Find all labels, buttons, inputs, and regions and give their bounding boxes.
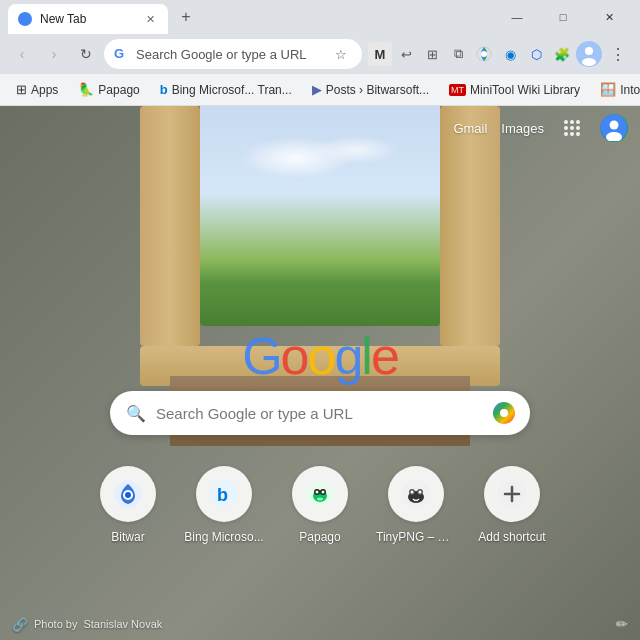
logo-l: l (361, 327, 371, 385)
into-windows-icon: 🪟 (600, 82, 616, 97)
svg-text:b: b (217, 485, 228, 505)
google-logo: Google (242, 326, 398, 386)
back-button[interactable]: ‹ (8, 40, 36, 68)
shortcuts-row: Bitwar b Bing Microso... (88, 466, 552, 544)
ext-dropbox-icon[interactable]: ⬡ (524, 42, 548, 66)
camera-icon: 🔗 (12, 617, 28, 632)
bookmark-papago-label: Papago (98, 83, 139, 97)
svg-point-17 (316, 491, 319, 494)
bookmark-minitool[interactable]: MT MiniTool Wiki Library (441, 80, 588, 100)
browser-tab[interactable]: New Tab ✕ (8, 4, 168, 34)
add-shortcut-icon (484, 466, 540, 522)
shortcut-papago[interactable]: Papago (280, 466, 360, 544)
address-bar-row: ‹ › ↻ G Search Google or type a URL ☆ M … (0, 34, 640, 74)
ext-copy-icon[interactable]: ⧉ (446, 42, 470, 66)
photo-prefix: Photo by (34, 618, 77, 630)
bookmark-minitool-label: MiniTool Wiki Library (470, 83, 580, 97)
tab-title: New Tab (40, 12, 134, 26)
logo-o1: o (281, 327, 308, 385)
search-box[interactable]: 🔍 Search Google or type a URL (110, 391, 530, 435)
bookmark-into-windows[interactable]: 🪟 Into Windows (592, 79, 640, 100)
papago-bm-icon: 🦜 (78, 82, 94, 97)
shortcut-papago-icon (292, 466, 348, 522)
minitool-icon: MT (449, 84, 466, 96)
shortcut-tinypng[interactable]: TinyPNG – C... (376, 466, 456, 544)
bookmark-posts[interactable]: ▶ Posts › Bitwarsoft... (304, 79, 437, 100)
svg-point-6 (610, 121, 619, 130)
svg-point-24 (411, 491, 414, 494)
maximize-button[interactable]: □ (540, 0, 586, 34)
voice-dot (500, 409, 508, 417)
main-content: Gmail Images Google 🔍 Search Google or t… (0, 106, 640, 640)
bing-bm-icon: b (160, 82, 168, 97)
ext-edge-icon[interactable]: ◉ (498, 42, 522, 66)
shortcut-tinypng-icon (388, 466, 444, 522)
reload-button[interactable]: ↻ (72, 40, 100, 68)
svg-point-4 (582, 58, 596, 66)
logo-g2: g (334, 327, 361, 385)
forward-button[interactable]: › (40, 40, 68, 68)
svg-point-10 (125, 492, 131, 498)
shortcut-bing[interactable]: b Bing Microso... (184, 466, 264, 544)
images-link[interactable]: Images (501, 121, 544, 136)
bottom-bar: 🔗 Photo by Stanislav Novak ✏ (0, 608, 640, 640)
svg-point-3 (585, 47, 593, 55)
logo-o2: o (308, 327, 335, 385)
chrome-menu-button[interactable]: ⋮ (604, 40, 632, 68)
search-box-container: 🔍 Search Google or type a URL (110, 391, 530, 435)
logo-e: e (371, 327, 398, 385)
bookmarks-bar: ⊞ Apps 🦜 Papago b Bing Microsof... Tran.… (0, 74, 640, 106)
address-text: Search Google or type a URL (136, 47, 324, 62)
svg-point-25 (419, 491, 422, 494)
tab-favicon (18, 12, 32, 26)
window-frame-right (440, 106, 500, 346)
ext-grid-icon[interactable]: ⊞ (420, 42, 444, 66)
add-shortcut[interactable]: Add shortcut (472, 466, 552, 544)
voice-search-button[interactable] (492, 401, 516, 425)
ext-puzzle-icon[interactable]: 🧩 (550, 42, 574, 66)
ext-m-icon[interactable]: M (368, 42, 392, 66)
google-top-nav: Gmail Images (453, 114, 628, 142)
edit-button[interactable]: ✏ (616, 616, 628, 632)
extensions-row: M ↩ ⊞ ⧉ ◉ ⬡ 🧩 ⋮ (368, 40, 632, 68)
shortcut-bitwar[interactable]: Bitwar (88, 466, 168, 544)
google-g-icon: G (114, 46, 130, 62)
new-tab-button[interactable]: + (172, 3, 200, 31)
svg-point-18 (322, 491, 325, 494)
svg-point-1 (481, 51, 487, 57)
bookmark-apps-label: Apps (31, 83, 58, 97)
ext-color-icon[interactable] (472, 42, 496, 66)
shortcut-bitwar-label: Bitwar (111, 530, 144, 544)
minimize-button[interactable]: — (494, 0, 540, 34)
google-apps-button[interactable] (558, 114, 586, 142)
window-frame-left (140, 106, 200, 346)
search-icon: 🔍 (126, 404, 146, 423)
photo-credit[interactable]: 🔗 Photo by Stanislav Novak (12, 617, 162, 632)
shortcut-bing-icon: b (196, 466, 252, 522)
bookmark-apps[interactable]: ⊞ Apps (8, 79, 66, 100)
photo-author: Stanislav Novak (83, 618, 162, 630)
ext-back-icon[interactable]: ↩ (394, 42, 418, 66)
gmail-link[interactable]: Gmail (453, 121, 487, 136)
profile-button[interactable] (576, 41, 602, 67)
shortcut-tinypng-label: TinyPNG – C... (376, 530, 456, 544)
shortcut-papago-label: Papago (299, 530, 340, 544)
voice-circle (493, 402, 515, 424)
star-button[interactable]: ☆ (330, 43, 352, 65)
bookmark-papago[interactable]: 🦜 Papago (70, 79, 147, 100)
add-shortcut-label: Add shortcut (478, 530, 545, 544)
apps-icon: ⊞ (16, 82, 27, 97)
tab-close-button[interactable]: ✕ (142, 11, 158, 27)
title-bar: New Tab ✕ + — □ ✕ (0, 0, 640, 34)
logo-g: G (242, 327, 280, 385)
sky-area (200, 106, 440, 326)
close-button[interactable]: ✕ (586, 0, 632, 34)
bookmark-bing[interactable]: b Bing Microsof... Tran... (152, 79, 300, 100)
bookmark-posts-label: Posts › Bitwarsoft... (326, 83, 429, 97)
apps-grid-icon (564, 120, 580, 136)
shortcut-bitwar-icon (100, 466, 156, 522)
posts-icon: ▶ (312, 82, 322, 97)
google-profile-button[interactable] (600, 114, 628, 142)
address-bar[interactable]: G Search Google or type a URL ☆ (104, 39, 362, 69)
sky-clouds (200, 126, 440, 206)
